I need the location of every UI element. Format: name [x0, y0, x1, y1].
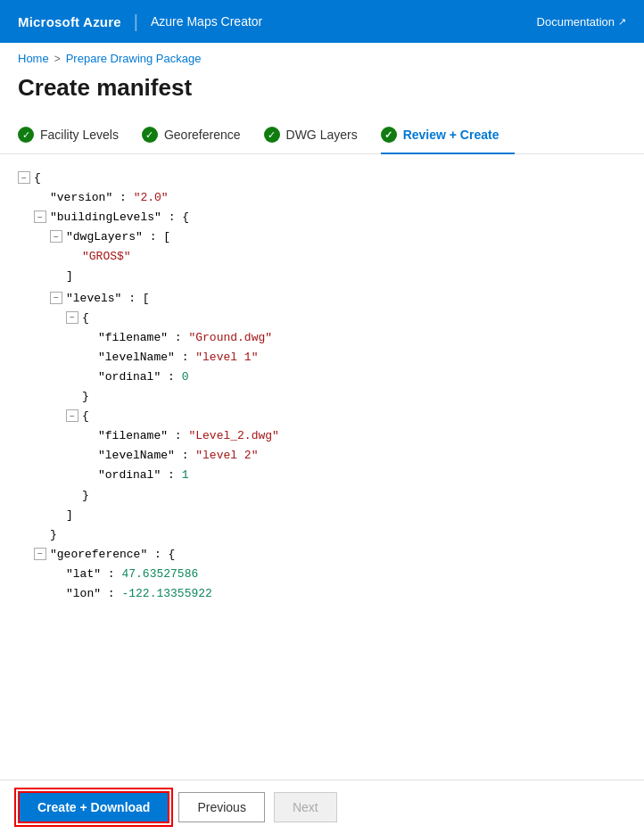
- brand-logo: Microsoft Azure: [18, 14, 121, 29]
- step-label: Facility Levels: [40, 128, 119, 142]
- page-title: Create manifest: [0, 70, 644, 116]
- footer: Create + Download Previous Next: [0, 780, 644, 834]
- next-button: Next: [274, 792, 337, 822]
- header-divider: |: [134, 12, 138, 32]
- step-label: Review + Create: [403, 128, 500, 142]
- step-dwg-layers[interactable]: ✓ DWG Layers: [264, 116, 374, 153]
- collapse-georeference[interactable]: −: [34, 548, 46, 560]
- steps-nav: ✓ Facility Levels ✓ Georeference ✓ DWG L…: [0, 116, 644, 154]
- breadcrumb-current[interactable]: Prepare Drawing Package: [66, 52, 202, 65]
- breadcrumb: Home > Prepare Drawing Package: [0, 43, 644, 70]
- step-check-icon: ✓: [381, 127, 397, 143]
- collapse-level-2[interactable]: −: [66, 409, 78, 422]
- json-viewer: − { "version" : "2.0" − "buildingLevels"…: [0, 154, 644, 666]
- breadcrumb-home[interactable]: Home: [18, 52, 49, 65]
- product-name: Azure Maps Creator: [151, 14, 262, 29]
- header: Microsoft Azure | Azure Maps Creator Doc…: [0, 0, 644, 43]
- collapse-dwg-layers[interactable]: −: [50, 230, 62, 243]
- previous-button[interactable]: Previous: [178, 792, 264, 822]
- step-label: Georeference: [164, 128, 241, 142]
- step-label: DWG Layers: [286, 128, 358, 142]
- collapse-root[interactable]: −: [18, 171, 30, 184]
- collapse-level-1[interactable]: −: [66, 311, 78, 324]
- step-check-icon: ✓: [264, 127, 280, 143]
- collapse-building-levels[interactable]: −: [34, 211, 46, 223]
- step-georeference[interactable]: ✓ Georeference: [142, 116, 257, 153]
- step-review-create[interactable]: ✓ Review + Create: [381, 116, 516, 153]
- step-check-icon: ✓: [142, 127, 158, 143]
- breadcrumb-separator: >: [54, 53, 61, 65]
- create-download-button[interactable]: Create + Download: [18, 791, 169, 823]
- docs-link[interactable]: Documentation ↗: [537, 15, 626, 29]
- step-facility-levels[interactable]: ✓ Facility Levels: [18, 116, 135, 153]
- collapse-levels[interactable]: −: [50, 292, 62, 304]
- external-link-icon: ↗: [618, 16, 626, 28]
- step-check-icon: ✓: [18, 127, 34, 143]
